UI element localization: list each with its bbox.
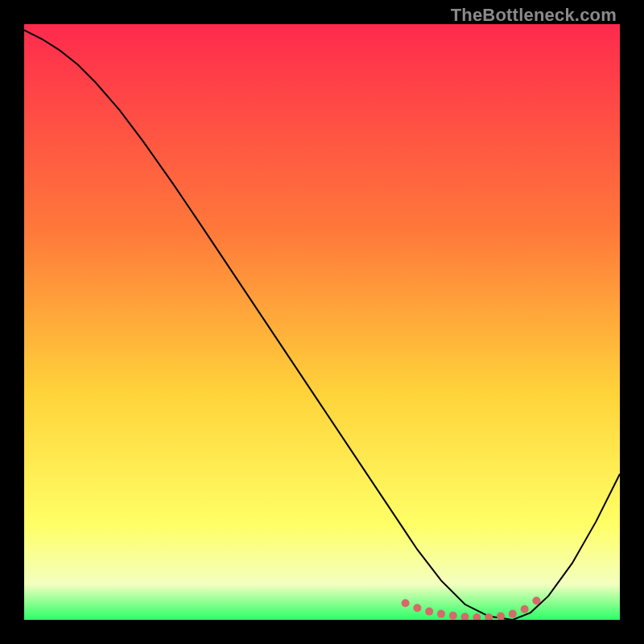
gradient-bg xyxy=(24,24,620,620)
marker-dot xyxy=(425,608,433,616)
marker-dot xyxy=(509,610,517,618)
watermark-text: TheBottleneck.com xyxy=(451,5,617,26)
marker-dot xyxy=(413,604,421,612)
marker-dot xyxy=(437,610,445,618)
chart-frame xyxy=(24,24,620,620)
chart-canvas xyxy=(24,24,620,620)
marker-dot xyxy=(532,597,540,605)
marker-dot xyxy=(449,612,457,620)
marker-dot xyxy=(521,605,529,613)
marker-dot xyxy=(402,599,410,607)
